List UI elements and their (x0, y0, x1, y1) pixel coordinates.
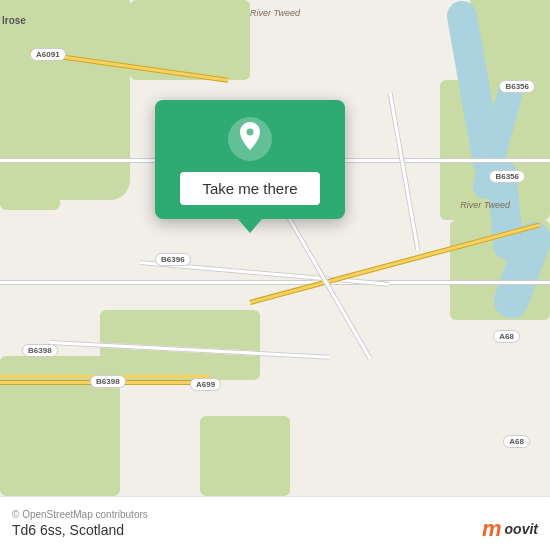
label-a68-2: A68 (503, 435, 530, 448)
moovit-logo: m oovit (482, 516, 538, 542)
label-b6398-1: B6398 (22, 344, 58, 357)
green-area-7 (200, 416, 290, 496)
green-area-10 (0, 130, 60, 210)
place-melrose: lrose (2, 15, 26, 26)
attribution-text: © OpenStreetMap contributors (12, 509, 148, 520)
river-label-lower: River Tweed (460, 200, 510, 210)
river-label-upper: River Tweed (0, 8, 550, 18)
label-b6396: B6396 (155, 253, 191, 266)
moovit-m: m (482, 516, 502, 542)
label-a68: A68 (493, 330, 520, 343)
moovit-text: oovit (505, 521, 538, 537)
take-me-there-button[interactable]: Take me there (180, 172, 319, 205)
label-b6356-1: B6356 (499, 80, 535, 93)
map-container: River Tweed River Tweed lrose A6091 B635… (0, 0, 550, 550)
pin-icon (227, 116, 273, 162)
green-area-9 (50, 60, 130, 120)
label-b6356-2: B6356 (489, 170, 525, 183)
label-a699: A699 (190, 378, 221, 391)
label-a6091: A6091 (30, 48, 66, 61)
location-name: Td6 6ss, Scotland (12, 522, 148, 538)
bottom-bar: © OpenStreetMap contributors Td6 6ss, Sc… (0, 496, 550, 550)
location-card: Take me there (155, 100, 345, 219)
road-h2 (0, 280, 550, 285)
label-b6398-2: B6398 (90, 375, 126, 388)
